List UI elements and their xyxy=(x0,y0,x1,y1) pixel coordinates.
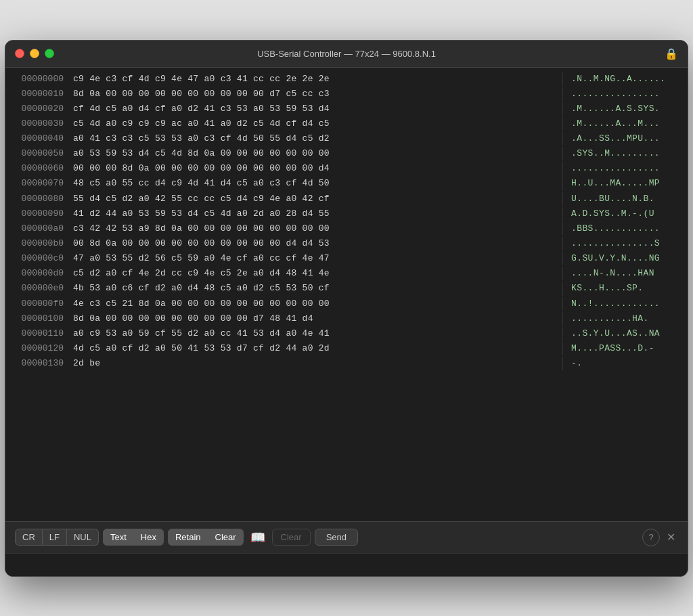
hex-address: 00000020 xyxy=(5,102,73,116)
text-button[interactable]: Text xyxy=(103,529,134,546)
table-row: 000000e04b 53 a0 c6 cf d2 a0 d4 48 c5 a0… xyxy=(5,281,688,296)
hex-address: 00000000 xyxy=(5,72,73,86)
hex-ascii: ....N-.N....HAN xyxy=(562,267,688,280)
table-row: 000001302d be-. xyxy=(5,356,688,371)
hex-ascii: KS...H....SP. xyxy=(562,282,688,295)
hex-address: 000000c0 xyxy=(5,252,73,265)
table-row: 00000040a0 41 c3 c3 c5 53 53 a0 c3 cf 4d… xyxy=(5,131,688,146)
hex-ascii: .M......A.S.SYS. xyxy=(562,102,688,116)
hex-ascii: ...............S xyxy=(562,237,688,250)
window-title: USB-Serial Controller — 77x24 — 9600.8.N… xyxy=(257,49,436,59)
table-row: 000000c047 a0 53 55 d2 56 c5 59 a0 4e cf… xyxy=(5,251,688,266)
hex-address: 00000130 xyxy=(5,357,73,370)
hex-bytes: 2d be xyxy=(73,357,562,370)
retain-clear-group: Retain Clear xyxy=(168,529,244,546)
hex-ascii: ................ xyxy=(562,162,688,175)
hex-address: 00000100 xyxy=(5,312,73,326)
hex-ascii: .A...SS...MPU... xyxy=(562,132,688,146)
hex-address: 00000060 xyxy=(5,162,73,175)
table-row: 00000000c9 4e c3 cf 4d c9 4e 47 a0 c3 41… xyxy=(5,72,688,87)
table-row: 000000b000 8d 0a 00 00 00 00 00 00 00 00… xyxy=(5,236,688,251)
lock-icon: 🔒 xyxy=(665,47,678,60)
hex-ascii: U....BU....N.B. xyxy=(562,192,688,206)
hex-address: 00000110 xyxy=(5,327,73,340)
table-row: 0000008055 d4 c5 d2 a0 42 55 cc cc c5 d4… xyxy=(5,192,688,206)
app-window: USB-Serial Controller — 77x24 — 9600.8.N… xyxy=(5,40,688,577)
table-row: 00000110a0 c9 53 a0 59 cf 55 d2 a0 cc 41… xyxy=(5,326,688,341)
hex-ascii: -. xyxy=(562,357,688,370)
hex-ascii: .N..M.NG..A...... xyxy=(562,72,688,86)
table-row: 0000006000 00 00 8d 0a 00 00 00 00 00 00… xyxy=(5,161,688,176)
hex-bytes: c5 d2 a0 cf 4e 2d cc c9 4e c5 2e a0 d4 4… xyxy=(73,267,562,280)
table-row: 00000030c5 4d a0 c9 c9 c9 ac a0 41 a0 d2… xyxy=(5,116,688,131)
hex-address: 000000d0 xyxy=(5,267,73,280)
hex-ascii: ...........HA. xyxy=(562,312,688,326)
clear-toggle-button[interactable]: Clear xyxy=(208,529,244,546)
hex-bytes: a0 41 c3 c3 c5 53 53 a0 c3 cf 4d 50 55 d… xyxy=(73,132,562,146)
table-row: 000000a0c3 42 42 53 a9 8d 0a 00 00 00 00… xyxy=(5,221,688,236)
hex-ascii: G.SU.V.Y.N....NG xyxy=(562,252,688,265)
table-row: 0000007048 c5 a0 55 cc d4 c9 4d 41 d4 c5… xyxy=(5,176,688,191)
hex-ascii: N..!............ xyxy=(562,297,688,311)
help-button[interactable]: ? xyxy=(642,529,660,546)
format-group: Text Hex xyxy=(103,529,164,546)
hex-ascii: ................ xyxy=(562,87,688,101)
hex-address: 00000030 xyxy=(5,117,73,131)
table-row: 00000020cf 4d c5 a0 d4 cf a0 d2 41 c3 53… xyxy=(5,102,688,116)
hex-bytes: 8d 0a 00 00 00 00 00 00 00 00 00 00 d7 c… xyxy=(73,87,562,101)
hex-bytes: 4d c5 a0 cf d2 a0 50 41 53 53 d7 cf d2 4… xyxy=(73,342,562,355)
maximize-window-button[interactable] xyxy=(45,49,54,58)
hex-address: 00000010 xyxy=(5,87,73,101)
hex-address: 000000a0 xyxy=(5,222,73,236)
traffic-lights xyxy=(15,49,54,58)
hex-address: 000000e0 xyxy=(5,282,73,295)
line-ending-group: CR LF NUL xyxy=(15,529,99,546)
cr-button[interactable]: CR xyxy=(15,529,43,546)
hex-bytes: 4b 53 a0 c6 cf d2 a0 d4 48 c5 a0 d2 c5 5… xyxy=(73,282,562,295)
input-area xyxy=(5,553,688,576)
close-window-button[interactable] xyxy=(15,49,24,58)
hex-bytes: c3 42 42 53 a9 8d 0a 00 00 00 00 00 00 0… xyxy=(73,222,562,236)
hex-address: 00000090 xyxy=(5,207,73,221)
hex-bytes: 47 a0 53 55 d2 56 c5 59 a0 4e cf a0 cc c… xyxy=(73,252,562,265)
hex-address: 00000040 xyxy=(5,132,73,146)
hex-ascii: .BBS............ xyxy=(562,222,688,236)
table-row: 0000009041 d2 44 a0 53 59 53 d4 c5 4d a0… xyxy=(5,206,688,221)
minimize-window-button[interactable] xyxy=(30,49,39,58)
retain-button[interactable]: Retain xyxy=(168,529,208,546)
hex-bytes: 41 d2 44 a0 53 59 53 d4 c5 4d a0 2d a0 2… xyxy=(73,207,562,221)
hex-ascii: .SYS..M......... xyxy=(562,147,688,160)
hex-bytes: a0 53 59 53 d4 c5 4d 8d 0a 00 00 00 00 0… xyxy=(73,147,562,160)
hex-bytes: 48 c5 a0 55 cc d4 c9 4d 41 d4 c5 a0 c3 c… xyxy=(73,177,562,190)
hex-bytes: 00 00 00 8d 0a 00 00 00 00 00 00 00 00 0… xyxy=(73,162,562,175)
send-button[interactable]: Send xyxy=(315,529,358,546)
hex-bytes: a0 c9 53 a0 59 cf 55 d2 a0 cc 41 53 d4 a… xyxy=(73,327,562,340)
hex-address: 000000f0 xyxy=(5,297,73,311)
table-row: 000000d0c5 d2 a0 cf 4e 2d cc c9 4e c5 2e… xyxy=(5,266,688,281)
hex-bytes: 00 8d 0a 00 00 00 00 00 00 00 00 00 00 d… xyxy=(73,237,562,250)
input-field[interactable] xyxy=(12,559,681,569)
hex-ascii: ..S.Y.U...AS..NA xyxy=(562,327,688,340)
close-button[interactable]: ✕ xyxy=(664,531,678,544)
clear-button[interactable]: Clear xyxy=(272,529,311,546)
hex-address: 00000120 xyxy=(5,342,73,355)
table-row: 000001008d 0a 00 00 00 00 00 00 00 00 00… xyxy=(5,311,688,326)
hex-ascii: H..U...MA.....MP xyxy=(562,177,688,190)
hex-address: 00000070 xyxy=(5,177,73,190)
table-row: 000001204d c5 a0 cf d2 a0 50 41 53 53 d7… xyxy=(5,341,688,356)
hex-address: 000000b0 xyxy=(5,237,73,250)
hex-bytes: c5 4d a0 c9 c9 c9 ac a0 41 a0 d2 c5 4d c… xyxy=(73,117,562,131)
table-row: 000000f04e c3 c5 21 8d 0a 00 00 00 00 00… xyxy=(5,296,688,311)
lf-button[interactable]: LF xyxy=(43,529,67,546)
hex-bytes: 4e c3 c5 21 8d 0a 00 00 00 00 00 00 00 0… xyxy=(73,297,562,311)
bookmarks-icon[interactable]: 📖 xyxy=(248,530,268,545)
titlebar: USB-Serial Controller — 77x24 — 9600.8.N… xyxy=(5,41,688,68)
hex-view[interactable]: 00000000c9 4e c3 cf 4d c9 4e 47 a0 c3 41… xyxy=(5,68,688,521)
hex-button[interactable]: Hex xyxy=(134,529,164,546)
table-row: 00000050a0 53 59 53 d4 c5 4d 8d 0a 00 00… xyxy=(5,146,688,161)
hex-bytes: c9 4e c3 cf 4d c9 4e 47 a0 c3 41 cc cc 2… xyxy=(73,72,562,86)
nul-button[interactable]: NUL xyxy=(67,529,99,546)
table-row: 000000108d 0a 00 00 00 00 00 00 00 00 00… xyxy=(5,87,688,102)
hex-bytes: cf 4d c5 a0 d4 cf a0 d2 41 c3 53 a0 53 5… xyxy=(73,102,562,116)
hex-ascii: M....PASS...D.- xyxy=(562,342,688,355)
